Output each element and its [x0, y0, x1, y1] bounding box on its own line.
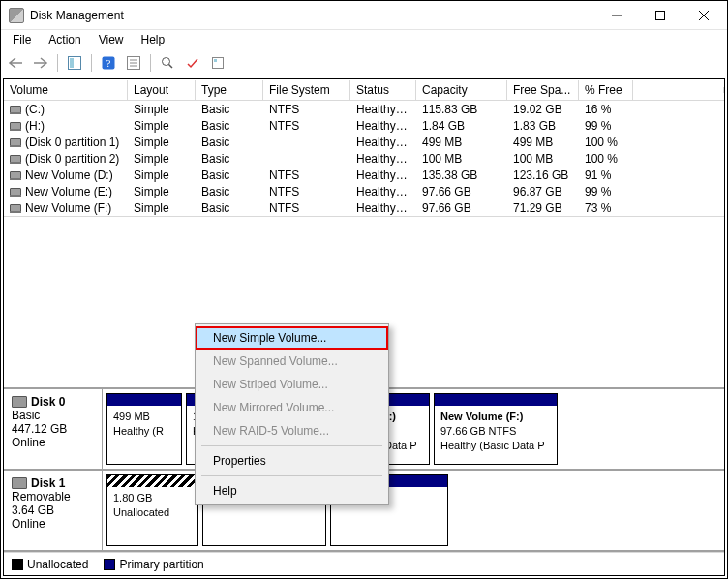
volume-fs: NTFS — [263, 119, 350, 133]
volume-status: Healthy (B... — [350, 119, 416, 133]
partition[interactable]: 499 MBHealthy (R — [106, 393, 182, 465]
legend-primary: Primary partition — [104, 558, 203, 571]
col-layout[interactable]: Layout — [128, 80, 196, 100]
volume-type: Basic — [196, 201, 263, 215]
table-row[interactable]: New Volume (D:)SimpleBasicNTFSHealthy (B… — [4, 167, 724, 183]
svg-text:?: ? — [106, 57, 111, 69]
close-button[interactable] — [682, 2, 725, 29]
context-menu[interactable]: New Simple Volume...New Spanned Volume..… — [195, 323, 389, 505]
menu-help[interactable]: Help — [134, 31, 173, 48]
menu-view[interactable]: View — [91, 31, 132, 48]
volume-layout: Simple — [128, 168, 196, 182]
context-menu-item: New Striped Volume... — [196, 373, 388, 396]
context-menu-item: New Mirrored Volume... — [196, 396, 388, 419]
volume-pct: 99 % — [579, 185, 633, 198]
disk-icon — [12, 396, 27, 408]
volume-fs: NTFS — [263, 103, 350, 116]
svg-point-12 — [163, 57, 170, 65]
disk-state: Online — [12, 436, 94, 449]
volume-layout: Simple — [128, 136, 196, 149]
volume-free: 71.29 GB — [507, 201, 579, 215]
volume-status: Healthy (B... — [350, 201, 416, 215]
properties-icon[interactable] — [207, 52, 228, 74]
volume-name: New Volume (F:) — [25, 201, 111, 215]
app-icon — [9, 8, 24, 23]
table-row[interactable]: New Volume (E:)SimpleBasicNTFSHealthy (B… — [4, 183, 724, 199]
disk-icon — [12, 477, 27, 489]
table-row[interactable]: (H:)SimpleBasicNTFSHealthy (B...1.84 GB1… — [4, 117, 724, 134]
col-filesystem[interactable]: File System — [263, 80, 350, 100]
disk-state: Online — [12, 517, 94, 531]
partition[interactable]: New Volume (F:)97.66 GB NTFSHealthy (Bas… — [434, 393, 558, 465]
col-capacity[interactable]: Capacity — [416, 80, 507, 100]
volume-pct: 91 % — [579, 168, 633, 182]
volume-layout: Simple — [128, 119, 196, 133]
show-hide-console-tree-icon[interactable] — [64, 52, 85, 74]
rescan-icon[interactable] — [157, 52, 178, 74]
table-row[interactable]: (Disk 0 partition 1)SimpleBasicHealthy (… — [4, 134, 724, 150]
partition-line2: 97.66 GB NTFS — [440, 424, 551, 439]
volume-list-header: Volume Layout Type File System Status Ca… — [4, 79, 724, 101]
partition-line3: Unallocated — [113, 505, 192, 520]
menu-action[interactable]: Action — [41, 31, 88, 48]
volume-name: (Disk 0 partition 1) — [25, 136, 119, 149]
legend-unallocated: Unallocated — [12, 558, 88, 571]
volume-status: Healthy (B... — [350, 185, 416, 198]
volume-type: Basic — [196, 152, 263, 166]
volume-type: Basic — [196, 168, 263, 182]
disk-info[interactable]: Disk 1Removable3.64 GBOnline — [4, 471, 103, 550]
context-menu-item: New RAID-5 Volume... — [196, 419, 388, 442]
volume-type: Basic — [196, 136, 263, 149]
legend: Unallocated Primary partition — [4, 552, 724, 575]
volume-capacity: 115.83 GB — [416, 103, 507, 116]
volume-free: 96.87 GB — [507, 185, 579, 198]
forward-button[interactable] — [30, 52, 51, 74]
partition-line2: 499 MB — [113, 410, 175, 424]
volume-capacity: 97.66 GB — [416, 201, 507, 215]
col-free[interactable]: Free Spa... — [507, 80, 579, 100]
svg-rect-15 — [214, 59, 217, 62]
maximize-button[interactable] — [638, 2, 682, 29]
help-icon[interactable]: ? — [98, 52, 119, 74]
volume-name: New Volume (D:) — [25, 168, 113, 182]
back-button[interactable] — [5, 52, 26, 74]
context-menu-item[interactable]: Help — [196, 479, 388, 503]
svg-rect-1 — [655, 11, 664, 19]
menu-file[interactable]: File — [5, 31, 39, 48]
context-menu-separator — [201, 475, 382, 476]
apply-icon[interactable] — [182, 52, 203, 74]
toolbar: ? — [1, 49, 727, 76]
volume-layout: Simple — [128, 201, 196, 215]
volume-name: New Volume (E:) — [25, 185, 112, 198]
table-row[interactable]: (Disk 0 partition 2)SimpleBasicHealthy (… — [4, 150, 724, 167]
volume-free: 1.83 GB — [507, 119, 579, 133]
disk-management-window: Disk Management File Action View Help ? — [0, 0, 728, 579]
volume-type: Basic — [196, 103, 263, 116]
disk-info[interactable]: Disk 0Basic447.12 GBOnline — [4, 389, 103, 469]
context-menu-item[interactable]: New Simple Volume... — [196, 326, 388, 350]
table-row[interactable]: (C:)SimpleBasicNTFSHealthy (B...115.83 G… — [4, 101, 724, 117]
partition-line3: Healthy (R — [113, 424, 175, 439]
col-type[interactable]: Type — [196, 80, 263, 100]
volume-status: Healthy (R... — [350, 136, 416, 149]
col-volume[interactable]: Volume — [4, 80, 128, 100]
partition-stripe — [435, 394, 557, 406]
context-menu-item[interactable]: Properties — [196, 449, 388, 472]
col-status[interactable]: Status — [350, 80, 416, 100]
partition-stripe — [107, 475, 197, 487]
volume-capacity: 135.38 GB — [416, 168, 507, 182]
volume-pct: 73 % — [579, 201, 633, 215]
volume-type: Basic — [196, 185, 263, 198]
partition-unallocated[interactable]: 1.80 GBUnallocated — [106, 474, 198, 546]
volume-layout: Simple — [128, 152, 196, 166]
volume-pct: 100 % — [579, 136, 633, 149]
volume-capacity: 100 MB — [416, 152, 507, 166]
volume-pct: 100 % — [579, 152, 633, 166]
volume-list: Volume Layout Type File System Status Ca… — [4, 79, 724, 216]
action-list-icon[interactable] — [123, 52, 144, 74]
volume-pct: 99 % — [579, 119, 633, 133]
minimize-button[interactable] — [594, 2, 638, 29]
col-pctfree[interactable]: % Free — [579, 80, 633, 100]
table-row[interactable]: New Volume (F:)SimpleBasicNTFSHealthy (B… — [4, 199, 724, 216]
disk-icon — [10, 204, 21, 212]
